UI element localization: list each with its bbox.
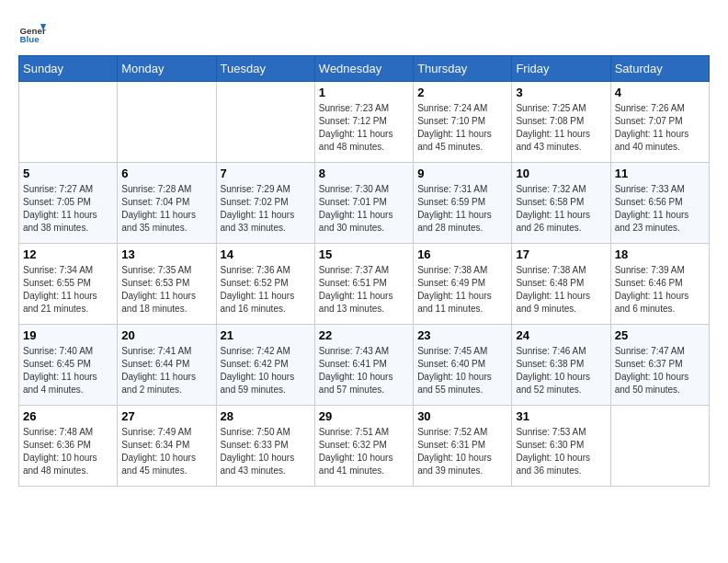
- day-info: Sunrise: 7:29 AM Sunset: 7:02 PM Dayligh…: [221, 183, 311, 235]
- day-number: 18: [615, 247, 705, 261]
- day-info: Sunrise: 7:35 AM Sunset: 6:53 PM Dayligh…: [121, 264, 211, 316]
- day-number: 19: [23, 328, 113, 342]
- day-info: Sunrise: 7:49 AM Sunset: 6:34 PM Dayligh…: [121, 426, 211, 477]
- day-number: 29: [319, 409, 409, 423]
- svg-text:Blue: Blue: [20, 34, 40, 44]
- day-info: Sunrise: 7:47 AM Sunset: 6:37 PM Dayligh…: [615, 345, 705, 396]
- day-cell: 19Sunrise: 7:40 AM Sunset: 6:45 PM Dayli…: [19, 325, 118, 406]
- day-cell: 25Sunrise: 7:47 AM Sunset: 6:37 PM Dayli…: [610, 325, 709, 406]
- calendar-header: SundayMondayTuesdayWednesdayThursdayFrid…: [19, 56, 710, 82]
- day-number: 7: [221, 167, 311, 180]
- day-cell: 10Sunrise: 7:32 AM Sunset: 6:58 PM Dayli…: [512, 163, 610, 244]
- day-info: Sunrise: 7:52 AM Sunset: 6:31 PM Dayligh…: [417, 426, 507, 477]
- day-number: 31: [516, 409, 606, 423]
- day-info: Sunrise: 7:48 AM Sunset: 6:36 PM Dayligh…: [23, 426, 113, 477]
- day-cell: 1Sunrise: 7:23 AM Sunset: 7:12 PM Daylig…: [314, 82, 413, 163]
- day-cell: [118, 82, 216, 163]
- day-cell: 12Sunrise: 7:34 AM Sunset: 6:55 PM Dayli…: [19, 244, 118, 325]
- day-cell: 2Sunrise: 7:24 AM Sunset: 7:10 PM Daylig…: [414, 82, 512, 163]
- day-cell: 30Sunrise: 7:52 AM Sunset: 6:31 PM Dayli…: [414, 406, 512, 487]
- week-row-1: 1Sunrise: 7:23 AM Sunset: 7:12 PM Daylig…: [19, 82, 710, 163]
- day-info: Sunrise: 7:32 AM Sunset: 6:58 PM Dayligh…: [516, 183, 606, 235]
- day-number: 4: [615, 86, 705, 99]
- day-info: Sunrise: 7:38 AM Sunset: 6:48 PM Dayligh…: [516, 264, 606, 316]
- day-info: Sunrise: 7:42 AM Sunset: 6:42 PM Dayligh…: [221, 345, 311, 396]
- day-number: 15: [319, 247, 409, 261]
- day-number: 6: [121, 167, 211, 180]
- day-info: Sunrise: 7:38 AM Sunset: 6:49 PM Dayligh…: [417, 264, 507, 316]
- day-info: Sunrise: 7:33 AM Sunset: 6:56 PM Dayligh…: [615, 183, 705, 235]
- day-number: 9: [417, 167, 507, 180]
- day-number: 12: [23, 247, 113, 261]
- day-info: Sunrise: 7:53 AM Sunset: 6:30 PM Dayligh…: [516, 426, 606, 477]
- day-info: Sunrise: 7:23 AM Sunset: 7:12 PM Dayligh…: [319, 102, 409, 154]
- day-info: Sunrise: 7:41 AM Sunset: 6:44 PM Dayligh…: [121, 345, 211, 396]
- day-cell: 14Sunrise: 7:36 AM Sunset: 6:52 PM Dayli…: [216, 244, 314, 325]
- day-cell: 28Sunrise: 7:50 AM Sunset: 6:33 PM Dayli…: [216, 406, 314, 487]
- page-header: General Blue: [18, 18, 710, 46]
- day-cell: 17Sunrise: 7:38 AM Sunset: 6:48 PM Dayli…: [512, 244, 610, 325]
- day-number: 20: [121, 328, 211, 342]
- day-number: 17: [516, 247, 606, 261]
- day-number: 2: [417, 86, 507, 99]
- day-number: 8: [319, 167, 409, 180]
- day-cell: 16Sunrise: 7:38 AM Sunset: 6:49 PM Dayli…: [414, 244, 512, 325]
- day-number: 3: [516, 86, 606, 99]
- day-info: Sunrise: 7:37 AM Sunset: 6:51 PM Dayligh…: [319, 264, 409, 316]
- day-number: 14: [221, 247, 311, 261]
- day-number: 10: [516, 167, 606, 180]
- day-cell: 26Sunrise: 7:48 AM Sunset: 6:36 PM Dayli…: [19, 406, 118, 487]
- day-cell: 13Sunrise: 7:35 AM Sunset: 6:53 PM Dayli…: [118, 244, 216, 325]
- day-cell: 31Sunrise: 7:53 AM Sunset: 6:30 PM Dayli…: [512, 406, 610, 487]
- day-cell: 6Sunrise: 7:28 AM Sunset: 7:04 PM Daylig…: [118, 163, 216, 244]
- day-cell: [19, 82, 118, 163]
- day-info: Sunrise: 7:40 AM Sunset: 6:45 PM Dayligh…: [23, 345, 113, 396]
- day-info: Sunrise: 7:50 AM Sunset: 6:33 PM Dayligh…: [221, 426, 311, 477]
- header-cell-monday: Monday: [118, 56, 216, 82]
- week-row-3: 12Sunrise: 7:34 AM Sunset: 6:55 PM Dayli…: [19, 244, 710, 325]
- header-cell-sunday: Sunday: [19, 56, 118, 82]
- header-cell-wednesday: Wednesday: [314, 56, 413, 82]
- day-number: 30: [417, 409, 507, 423]
- week-row-2: 5Sunrise: 7:27 AM Sunset: 7:05 PM Daylig…: [19, 163, 710, 244]
- day-number: 11: [615, 167, 705, 180]
- day-number: 25: [615, 328, 705, 342]
- day-info: Sunrise: 7:39 AM Sunset: 6:46 PM Dayligh…: [615, 264, 705, 316]
- day-info: Sunrise: 7:30 AM Sunset: 7:01 PM Dayligh…: [319, 183, 409, 235]
- day-cell: 18Sunrise: 7:39 AM Sunset: 6:46 PM Dayli…: [610, 244, 709, 325]
- calendar-body: 1Sunrise: 7:23 AM Sunset: 7:12 PM Daylig…: [19, 82, 710, 487]
- header-cell-tuesday: Tuesday: [216, 56, 314, 82]
- day-info: Sunrise: 7:51 AM Sunset: 6:32 PM Dayligh…: [319, 426, 409, 477]
- day-cell: 22Sunrise: 7:43 AM Sunset: 6:41 PM Dayli…: [314, 325, 413, 406]
- week-row-5: 26Sunrise: 7:48 AM Sunset: 6:36 PM Dayli…: [19, 406, 710, 487]
- calendar-table: SundayMondayTuesdayWednesdayThursdayFrid…: [18, 55, 710, 487]
- day-number: 21: [221, 328, 311, 342]
- day-info: Sunrise: 7:28 AM Sunset: 7:04 PM Dayligh…: [121, 183, 211, 235]
- logo: General Blue: [18, 18, 50, 46]
- day-info: Sunrise: 7:24 AM Sunset: 7:10 PM Dayligh…: [417, 102, 507, 154]
- day-cell: 24Sunrise: 7:46 AM Sunset: 6:38 PM Dayli…: [512, 325, 610, 406]
- day-number: 22: [319, 328, 409, 342]
- day-cell: 27Sunrise: 7:49 AM Sunset: 6:34 PM Dayli…: [118, 406, 216, 487]
- day-number: 28: [221, 409, 311, 423]
- day-cell: 7Sunrise: 7:29 AM Sunset: 7:02 PM Daylig…: [216, 163, 314, 244]
- day-info: Sunrise: 7:46 AM Sunset: 6:38 PM Dayligh…: [516, 345, 606, 396]
- day-number: 26: [23, 409, 113, 423]
- day-info: Sunrise: 7:45 AM Sunset: 6:40 PM Dayligh…: [417, 345, 507, 396]
- header-cell-friday: Friday: [512, 56, 610, 82]
- header-row: SundayMondayTuesdayWednesdayThursdayFrid…: [19, 56, 710, 82]
- day-info: Sunrise: 7:25 AM Sunset: 7:08 PM Dayligh…: [516, 102, 606, 154]
- day-info: Sunrise: 7:31 AM Sunset: 6:59 PM Dayligh…: [417, 183, 507, 235]
- day-number: 5: [23, 167, 113, 180]
- day-cell: 15Sunrise: 7:37 AM Sunset: 6:51 PM Dayli…: [314, 244, 413, 325]
- day-number: 16: [417, 247, 507, 261]
- day-number: 24: [516, 328, 606, 342]
- day-cell: 11Sunrise: 7:33 AM Sunset: 6:56 PM Dayli…: [610, 163, 709, 244]
- day-info: Sunrise: 7:27 AM Sunset: 7:05 PM Dayligh…: [23, 183, 113, 235]
- day-cell: [216, 82, 314, 163]
- day-cell: 29Sunrise: 7:51 AM Sunset: 6:32 PM Dayli…: [314, 406, 413, 487]
- day-cell: 4Sunrise: 7:26 AM Sunset: 7:07 PM Daylig…: [610, 82, 709, 163]
- header-cell-thursday: Thursday: [414, 56, 512, 82]
- day-number: 1: [319, 86, 409, 99]
- day-cell: 5Sunrise: 7:27 AM Sunset: 7:05 PM Daylig…: [19, 163, 118, 244]
